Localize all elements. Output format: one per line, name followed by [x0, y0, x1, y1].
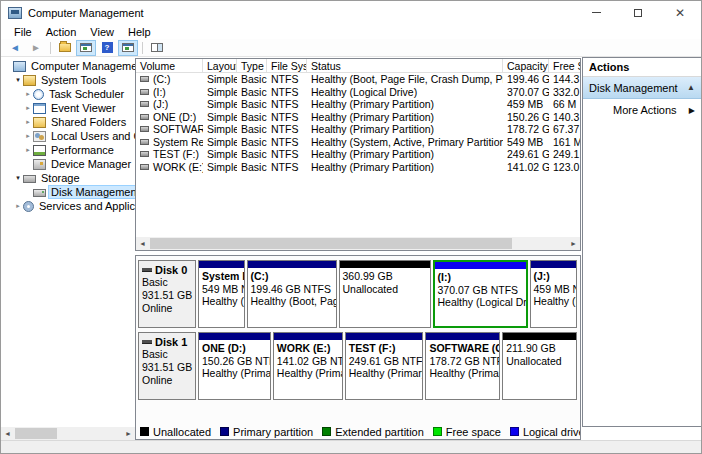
- scroll-right-icon[interactable]: ►: [567, 237, 580, 250]
- partition-unallocated[interactable]: 211.90 GBUnallocated: [502, 332, 577, 400]
- sidebar-item-shared-folders[interactable]: ▸Shared Folders: [1, 115, 135, 129]
- table-row[interactable]: (I:)SimpleBasicNTFSHealthy (Logical Driv…: [136, 86, 580, 99]
- help-button[interactable]: ?: [97, 40, 117, 56]
- close-icon: ✕: [675, 7, 685, 19]
- table-row[interactable]: ONE (D:)SimpleBasicNTFSHealthy (Primary …: [136, 111, 580, 124]
- sidebar-item-services-and-applications[interactable]: ▸Services and Applications: [1, 199, 135, 213]
- cell-capacity: 141.02 GB: [503, 161, 549, 173]
- tree-item-label: Services and Applications: [37, 200, 135, 212]
- cell-text: Healthy (Primary Partition): [311, 111, 434, 123]
- table-row[interactable]: WORK (E:)SimpleBasicNTFSHealthy (Primary…: [136, 161, 580, 174]
- partition-size: 249.61 GB NTFS: [349, 355, 423, 368]
- partition-size: 199.46 GB NTFS: [251, 283, 336, 296]
- partition-status: Healthy (Primary Partition): [429, 367, 499, 380]
- scroll-left-icon[interactable]: ◄: [1, 427, 14, 440]
- table-row[interactable]: TEST (F:)SimpleBasicNTFSHealthy (Primary…: [136, 148, 580, 161]
- table-row[interactable]: (C:)SimpleBasicNTFSHealthy (Boot, Page F…: [136, 73, 580, 86]
- legend-item: Free space: [433, 426, 501, 438]
- sidebar-item-system-tools[interactable]: ▾System Tools: [1, 73, 135, 87]
- tree-expanded-arrow-icon[interactable]: ▾: [13, 76, 23, 84]
- volume-list-horizontal-scrollbar[interactable]: ◄ ►: [136, 237, 580, 250]
- partition-text: (C:)199.46 GB NTFSHealthy (Boot, Page Fi…: [248, 268, 336, 308]
- partition-size: 370.07 GB NTFS: [438, 284, 526, 297]
- legend-label: Extended partition: [335, 426, 424, 438]
- menu-file[interactable]: File: [7, 26, 39, 38]
- partition-one-d[interactable]: ONE (D:)150.26 GB NTFSHealthy (Primary P…: [198, 332, 271, 400]
- menu-action[interactable]: Action: [39, 26, 84, 38]
- partition-software-g[interactable]: SOFTWARE (G:)178.72 GB NTFSHealthy (Prim…: [425, 332, 500, 400]
- tree-collapsed-arrow-icon[interactable]: ▸: [23, 104, 33, 112]
- column-header-capacity[interactable]: Capacity: [503, 59, 549, 72]
- cell-free: 161 M: [549, 136, 581, 148]
- cell-text: Healthy (System, Active, Primary Partiti…: [311, 136, 503, 148]
- tree-collapsed-arrow-icon[interactable]: ▸: [23, 90, 33, 98]
- table-row[interactable]: (J:)SimpleBasicNTFSHealthy (Primary Part…: [136, 98, 580, 111]
- partition-c[interactable]: (C:)199.46 GB NTFSHealthy (Boot, Page Fi…: [247, 260, 337, 328]
- forward-button[interactable]: ►: [26, 40, 46, 56]
- cell-status: Healthy (Primary Partition): [307, 123, 503, 135]
- disk-label-disk-1[interactable]: Disk 1Basic931.51 GBOnline: [138, 332, 196, 400]
- column-header-type[interactable]: Type: [237, 59, 267, 72]
- minimize-button[interactable]: [575, 1, 617, 24]
- more-actions-item[interactable]: More Actions ▶: [583, 99, 701, 121]
- column-header-free-space[interactable]: Free Space: [549, 59, 581, 72]
- back-button[interactable]: ◄: [5, 40, 25, 56]
- sidebar-item-local-users-and-groups[interactable]: ▸Local Users and Groups: [1, 129, 135, 143]
- close-button[interactable]: ✕: [659, 1, 701, 24]
- column-header-status[interactable]: Status: [307, 59, 503, 72]
- scrollbar-thumb[interactable]: [15, 428, 57, 439]
- tree-collapsed-arrow-icon[interactable]: ▸: [23, 146, 33, 154]
- table-row[interactable]: SOFTWARE (G:)SimpleBasicNTFSHealthy (Pri…: [136, 123, 580, 136]
- up-folder-button[interactable]: [55, 40, 75, 56]
- cell-text: ONE (D:): [153, 111, 196, 123]
- sidebar-item-performance[interactable]: ▸Performance: [1, 143, 135, 157]
- column-header-volume[interactable]: Volume: [136, 59, 203, 72]
- sidebar-item-storage[interactable]: ▾Storage: [1, 171, 135, 185]
- system-tools-icon: [23, 75, 36, 86]
- tree-collapsed-arrow-icon[interactable]: ▸: [23, 118, 33, 126]
- menu-view[interactable]: View: [83, 26, 121, 38]
- cell-text: Basic: [241, 73, 267, 85]
- sidebar-horizontal-scrollbar[interactable]: ◄ ►: [1, 427, 135, 440]
- cell-text: 178.72 GB: [507, 123, 549, 135]
- partition-j[interactable]: (J:)459 MB NTFSHealthy (Primary Partitio…: [530, 260, 578, 328]
- scroll-right-icon[interactable]: ►: [122, 427, 135, 440]
- cell-text: SOFTWARE (G:): [153, 123, 203, 135]
- sidebar-item-task-scheduler[interactable]: ▸Task Scheduler: [1, 87, 135, 101]
- center-pane: VolumeLayoutTypeFile SystemStatusCapacit…: [135, 57, 581, 440]
- properties-button[interactable]: [147, 40, 167, 56]
- sidebar-item-event-viewer[interactable]: ▸Event Viewer: [1, 101, 135, 115]
- show-action-pane-button[interactable]: [118, 40, 138, 56]
- cell-text: (J:): [153, 98, 168, 110]
- menu-help[interactable]: Help: [121, 26, 158, 38]
- cell-volume: (I:): [136, 86, 203, 98]
- sidebar-item-disk-management[interactable]: Disk Management: [1, 185, 135, 199]
- partition-work-e[interactable]: WORK (E:)141.02 GB NTFSHealthy (Primary …: [273, 332, 343, 400]
- column-header-layout[interactable]: Layout: [203, 59, 237, 72]
- maximize-button[interactable]: [617, 1, 659, 24]
- show-console-tree-button[interactable]: [76, 40, 96, 56]
- collapse-chevron-icon[interactable]: ▲: [687, 83, 695, 92]
- scrollbar-thumb[interactable]: [150, 238, 512, 249]
- sidebar-item-device-manager[interactable]: Device Manager: [1, 157, 135, 171]
- legend-swatch-primary-partition: [220, 427, 229, 436]
- disk-label-disk-0[interactable]: Disk 0Basic931.51 GBOnline: [138, 260, 196, 328]
- table-row[interactable]: System ReservedSimpleBasicNTFSHealthy (S…: [136, 136, 580, 149]
- tree-collapsed-arrow-icon[interactable]: ▸: [13, 202, 23, 210]
- cell-text: 249.1: [553, 148, 579, 160]
- event-viewer-icon: [33, 103, 46, 114]
- partition-system-reserved[interactable]: System Reserved549 MB NTFSHealthy (Syste…: [198, 260, 245, 328]
- tree-expanded-arrow-icon[interactable]: ▾: [13, 174, 23, 182]
- tree-item-label: Device Manager: [49, 158, 133, 170]
- column-header-file-system[interactable]: File System: [267, 59, 307, 72]
- partition-title: System Reserved: [202, 270, 244, 283]
- partition-test-f[interactable]: TEST (F:)249.61 GB NTFSHealthy (Primary …: [345, 332, 424, 400]
- tree-collapsed-arrow-icon[interactable]: ▸: [23, 132, 33, 140]
- sidebar-item-computer-management-local[interactable]: Computer Management (Local: [1, 59, 135, 73]
- cell-layout: Simple: [203, 111, 237, 123]
- partition-i[interactable]: (I:)370.07 GB NTFSHealthy (Logical Drive…: [433, 260, 528, 328]
- actions-group-disk-management[interactable]: Disk Management ▲: [583, 77, 701, 99]
- scroll-left-icon[interactable]: ◄: [136, 237, 149, 250]
- partition-unallocated[interactable]: 360.99 GBUnallocated: [339, 260, 431, 328]
- action-pane-icon: [122, 43, 134, 52]
